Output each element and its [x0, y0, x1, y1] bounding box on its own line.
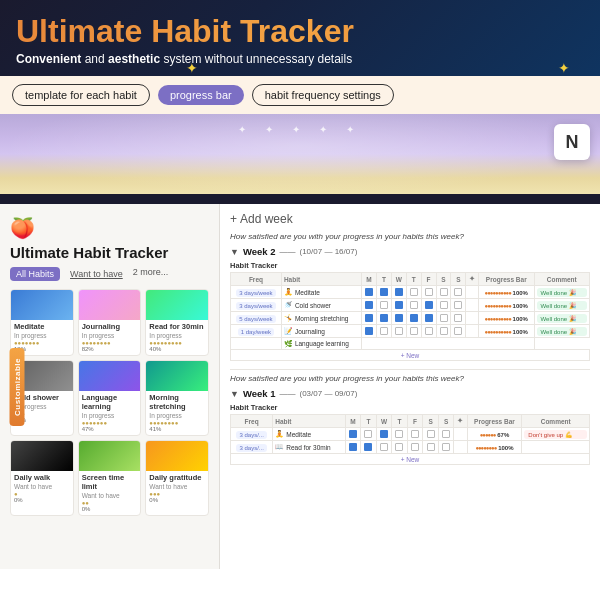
freq-badge: 3 days/...	[236, 431, 266, 439]
habit-card-gratitude[interactable]: Daily gratitude Want to have ●●● 0%	[145, 440, 209, 516]
check-t2[interactable]	[410, 314, 418, 322]
check-s1[interactable]	[440, 314, 448, 322]
habit-card-screen[interactable]: Screen time limit Want to have ●● 0%	[78, 440, 142, 516]
header-section: Ultimate Habit Tracker Convenient and ae…	[0, 0, 600, 76]
dark-bar	[0, 194, 600, 204]
check-w[interactable]	[380, 430, 388, 438]
habit-name-stretching: Morning stretching	[149, 393, 205, 411]
col-w: W	[376, 415, 392, 428]
check-w[interactable]	[395, 288, 403, 296]
habit-name: Meditate	[286, 431, 311, 438]
check-s1[interactable]	[427, 430, 435, 438]
status-badge: Well done 🎉	[537, 288, 587, 297]
check-t[interactable]	[380, 301, 388, 309]
habit-card-img-read	[146, 290, 208, 320]
status-badge: Well done 🎉	[537, 301, 587, 310]
pill-frequency[interactable]: habit frequency settings	[252, 84, 394, 106]
habit-pct-journaling: 82%	[82, 346, 138, 352]
check-m[interactable]	[365, 288, 373, 296]
week2-date: (10/07 — 16/07)	[300, 247, 358, 256]
check-t[interactable]	[380, 327, 388, 335]
status-badge: Well done 🎉	[537, 327, 587, 336]
check-m[interactable]	[365, 301, 373, 309]
notion-icon: N	[554, 124, 590, 160]
check-s1[interactable]	[440, 301, 448, 309]
add-week-button[interactable]: + Add week	[230, 212, 293, 226]
check-s2[interactable]	[442, 443, 450, 451]
habit-name-screen: Screen time limit	[82, 473, 138, 491]
new-row-btn[interactable]: + New	[399, 454, 422, 465]
check-m[interactable]	[365, 327, 373, 335]
check-t2[interactable]	[395, 443, 403, 451]
habit-name: Morning stretching	[295, 315, 348, 322]
check-m[interactable]	[365, 314, 373, 322]
col-star: ✦	[466, 273, 479, 286]
check-s1[interactable]	[440, 327, 448, 335]
check-f[interactable]	[425, 301, 433, 309]
habit-card-img-journaling	[79, 290, 141, 320]
col-progress: Progress Bar	[478, 273, 534, 286]
week2-header: ▼ Week 2 —— (10/07 — 16/07)	[230, 246, 590, 257]
habit-pct-read: 40%	[149, 346, 205, 352]
check-w[interactable]	[380, 443, 388, 451]
col-freq: Freq	[231, 273, 282, 286]
progress-pct: 100%	[498, 445, 513, 451]
habit-card-meditate[interactable]: Meditate In progress ●●●●●●● 18%	[10, 289, 74, 356]
check-f[interactable]	[425, 288, 433, 296]
col-t1: T	[376, 273, 391, 286]
check-s2[interactable]	[454, 314, 462, 322]
check-t2[interactable]	[395, 430, 403, 438]
freq-badge: 3 days/...	[236, 444, 266, 452]
check-s2[interactable]	[454, 301, 462, 309]
week2-collapse-arrow[interactable]: ▼	[230, 247, 239, 257]
col-t1: T	[361, 415, 377, 428]
check-s2[interactable]	[454, 288, 462, 296]
habit-card-stretching[interactable]: Morning stretching In progress ●●●●●●●● …	[145, 360, 209, 436]
new-row-btn[interactable]: + New	[399, 350, 422, 361]
progress-pct: 67%	[497, 432, 509, 438]
check-m[interactable]	[349, 430, 357, 438]
progress-dots: ●●●●●●●●	[475, 445, 496, 451]
check-t2[interactable]	[410, 327, 418, 335]
habit-icon: 🧘	[275, 430, 284, 438]
check-w[interactable]	[395, 314, 403, 322]
check-t[interactable]	[380, 314, 388, 322]
week1-section: How satisfied are you with your progress…	[230, 374, 590, 465]
week1-satisfaction-q: How satisfied are you with your progress…	[230, 374, 590, 383]
week1-collapse-arrow[interactable]: ▼	[230, 389, 239, 399]
pill-template[interactable]: template for each habit	[12, 84, 150, 106]
habit-status-read: In progress	[149, 332, 205, 339]
check-s1[interactable]	[427, 443, 435, 451]
check-t[interactable]	[364, 443, 372, 451]
check-f[interactable]	[411, 443, 419, 451]
check-f[interactable]	[411, 430, 419, 438]
habit-name-journaling: Journaling	[82, 322, 138, 331]
pill-progress[interactable]: progress bar	[158, 85, 244, 105]
check-s1[interactable]	[440, 288, 448, 296]
check-s2[interactable]	[442, 430, 450, 438]
check-s2[interactable]	[454, 327, 462, 335]
habit-pct-screen: 0%	[82, 506, 138, 512]
habit-card-read[interactable]: Read for 30min In progress ●●●●●●●●● 40%	[145, 289, 209, 356]
check-t[interactable]	[364, 430, 372, 438]
habit-card-walk[interactable]: Daily walk Want to have ● 0%	[10, 440, 74, 516]
habit-card-language[interactable]: Language learning In progress ●●●●●●● 47…	[78, 360, 142, 436]
check-t[interactable]	[380, 288, 388, 296]
subtitle-bold1: Convenient	[16, 52, 81, 66]
section-divider	[230, 369, 590, 370]
tab-want-to-have[interactable]: Want to have	[64, 267, 129, 281]
check-t2[interactable]	[410, 301, 418, 309]
check-m[interactable]	[349, 443, 357, 451]
tab-more[interactable]: 2 more...	[133, 267, 169, 281]
check-t2[interactable]	[410, 288, 418, 296]
check-w[interactable]	[395, 301, 403, 309]
check-w[interactable]	[395, 327, 403, 335]
tab-all-habits[interactable]: All Habits	[10, 267, 60, 281]
habit-status-language: In progress	[82, 412, 138, 419]
habit-card-journaling[interactable]: Journaling In progress ●●●●●●●● 82%	[78, 289, 142, 356]
habit-status-journaling: In progress	[82, 332, 138, 339]
col-w: W	[391, 273, 406, 286]
check-f[interactable]	[425, 327, 433, 335]
check-f[interactable]	[425, 314, 433, 322]
table-row-new: + New	[231, 454, 590, 465]
